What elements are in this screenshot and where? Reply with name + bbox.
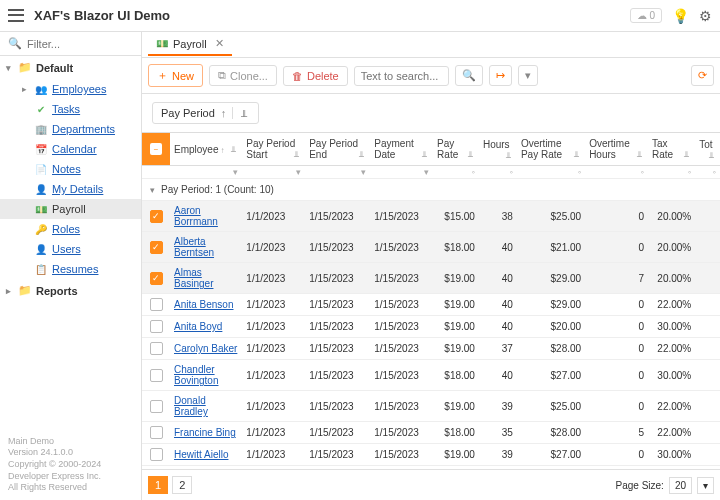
column-editor[interactable]: ▾: [309, 167, 366, 177]
column-editor[interactable]: ◦: [652, 167, 691, 177]
cell: 1/1/2023: [242, 444, 305, 466]
column-header[interactable]: Overtime Pay Rate⫫: [517, 133, 585, 166]
column-editor[interactable]: ▾: [246, 167, 301, 177]
table-row[interactable]: Donald Bradley1/1/20231/15/20231/15/2023…: [142, 391, 720, 422]
column-header[interactable]: Hours⫫: [479, 133, 517, 166]
filter-icon[interactable]: ⫫: [504, 150, 513, 160]
export-dropdown[interactable]: ▾: [518, 65, 538, 86]
column-header[interactable]: Tot⫫: [695, 133, 720, 166]
table-row[interactable]: Anita Boyd1/1/20231/15/20231/15/2023$19.…: [142, 316, 720, 338]
filter-icon[interactable]: ⫫: [232, 107, 250, 119]
cell-employee[interactable]: Anita Boyd: [170, 316, 242, 338]
table-row[interactable]: Francine Bing1/1/20231/15/20231/15/2023$…: [142, 422, 720, 444]
nav-item-employees[interactable]: ▸👥Employees: [0, 79, 141, 99]
close-icon[interactable]: ✕: [215, 37, 224, 50]
nav-item-resumes[interactable]: 📋Resumes: [0, 259, 141, 279]
column-editor[interactable]: ◦: [589, 167, 644, 177]
cell-employee[interactable]: Donald Bradley: [170, 391, 242, 422]
column-header[interactable]: Pay Period Start⫫: [242, 133, 305, 166]
nav-item-tasks[interactable]: ✔Tasks: [0, 99, 141, 119]
row-checkbox[interactable]: ✓: [150, 272, 163, 285]
cell: 35: [479, 422, 517, 444]
row-checkbox[interactable]: [150, 400, 163, 413]
row-checkbox[interactable]: ✓: [150, 210, 163, 223]
cell-employee[interactable]: Almas Basinger: [170, 263, 242, 294]
column-editor[interactable]: ◦: [483, 167, 513, 177]
row-checkbox[interactable]: [150, 426, 163, 439]
row-checkbox[interactable]: [150, 369, 163, 382]
filter-icon[interactable]: ⫫: [229, 144, 238, 154]
row-checkbox[interactable]: [150, 320, 163, 333]
nav-item-departments[interactable]: 🏢Departments: [0, 119, 141, 139]
filter-icon[interactable]: ⫫: [420, 149, 429, 159]
clone-button[interactable]: ⧉Clone...: [209, 65, 277, 86]
row-checkbox[interactable]: [150, 448, 163, 461]
nav-item-users[interactable]: 👤Users: [0, 239, 141, 259]
new-button[interactable]: ＋New: [148, 64, 203, 87]
cell-employee[interactable]: Aaron Borrmann: [170, 201, 242, 232]
column-header[interactable]: Tax Rate⫫: [648, 133, 695, 166]
filter-icon[interactable]: ⫫: [707, 150, 716, 160]
filter-icon[interactable]: ⫫: [635, 149, 644, 159]
row-checkbox[interactable]: ✓: [150, 241, 163, 254]
nav-item-my-details[interactable]: 👤My Details: [0, 179, 141, 199]
column-header[interactable]: Pay Period End⫫: [305, 133, 370, 166]
column-editor[interactable]: ◦: [699, 167, 716, 177]
group-row[interactable]: ▾Pay Period: 1 (Count: 10): [142, 179, 720, 201]
cell-employee[interactable]: Anita Benson: [170, 294, 242, 316]
nav-item-roles[interactable]: 🔑Roles: [0, 219, 141, 239]
settings-icon[interactable]: ⚙: [699, 8, 712, 24]
table-row[interactable]: Anita Benson1/1/20231/15/20231/15/2023$1…: [142, 294, 720, 316]
column-header[interactable]: Employee↑⫫: [170, 133, 242, 166]
table-row[interactable]: ✓Alberta Berntsen1/1/20231/15/20231/15/2…: [142, 232, 720, 263]
refresh-button[interactable]: ⟳: [691, 65, 714, 86]
group-chip[interactable]: Pay Period ↑ ⫫: [152, 102, 259, 124]
grid-search-input[interactable]: [354, 66, 449, 86]
help-icon[interactable]: 💡: [672, 8, 689, 24]
search-button[interactable]: 🔍: [455, 65, 483, 86]
page-size-select[interactable]: 20: [669, 477, 692, 494]
export-button[interactable]: ↦: [489, 65, 512, 86]
sidebar-filter-input[interactable]: [27, 38, 117, 50]
cell-employee[interactable]: Hewitt Aiello: [170, 444, 242, 466]
cell-employee[interactable]: Francine Bing: [170, 422, 242, 444]
nav-item-calendar[interactable]: 📅Calendar: [0, 139, 141, 159]
page-button[interactable]: 1: [148, 476, 168, 494]
filter-icon[interactable]: ⫫: [572, 149, 581, 159]
page-size-dropdown[interactable]: ▾: [697, 477, 714, 494]
table-row[interactable]: Hewitt Aiello1/1/20231/15/20231/15/2023$…: [142, 444, 720, 466]
table-row[interactable]: ✓Aaron Borrmann1/1/20231/15/20231/15/202…: [142, 201, 720, 232]
column-editor[interactable]: ▾: [174, 167, 238, 177]
filter-icon[interactable]: ⫫: [292, 149, 301, 159]
folder-icon: 📁: [18, 284, 32, 297]
row-checkbox[interactable]: [150, 298, 163, 311]
cell-employee[interactable]: Alberta Berntsen: [170, 232, 242, 263]
tab-payroll[interactable]: 💵 Payroll ✕: [148, 33, 232, 56]
page-button[interactable]: 2: [172, 476, 192, 494]
table-row[interactable]: Chandler Bovington1/1/20231/15/20231/15/…: [142, 360, 720, 391]
filter-icon[interactable]: ⫫: [357, 149, 366, 159]
menu-toggle[interactable]: [8, 8, 24, 24]
filter-icon[interactable]: ⫫: [682, 149, 691, 159]
column-header[interactable]: Pay Rate⫫: [433, 133, 479, 166]
column-editor[interactable]: ▾: [374, 167, 429, 177]
delete-button[interactable]: 🗑Delete: [283, 66, 348, 86]
column-header[interactable]: Overtime Hours⫫: [585, 133, 648, 166]
cell-employee[interactable]: Chandler Bovington: [170, 360, 242, 391]
select-all-checkbox[interactable]: −: [150, 143, 162, 155]
filter-icon[interactable]: ⫫: [466, 149, 475, 159]
cell: 22.00%: [648, 391, 695, 422]
column-editor[interactable]: ◦: [521, 167, 581, 177]
nav-item-notes[interactable]: 📄Notes: [0, 159, 141, 179]
nav-group[interactable]: ▸📁Reports: [0, 279, 141, 302]
notification-badge[interactable]: ☁ 0: [630, 8, 662, 23]
nav-group[interactable]: ▾📁Default: [0, 56, 141, 79]
row-checkbox[interactable]: [150, 342, 163, 355]
nav-item-payroll[interactable]: 💵Payroll: [0, 199, 141, 219]
table-row[interactable]: ✓Almas Basinger1/1/20231/15/20231/15/202…: [142, 263, 720, 294]
column-editor[interactable]: ◦: [437, 167, 475, 177]
column-header[interactable]: Payment Date⫫: [370, 133, 433, 166]
cell-employee[interactable]: Carolyn Baker: [170, 338, 242, 360]
cell: $25.00: [517, 201, 585, 232]
table-row[interactable]: Carolyn Baker1/1/20231/15/20231/15/2023$…: [142, 338, 720, 360]
